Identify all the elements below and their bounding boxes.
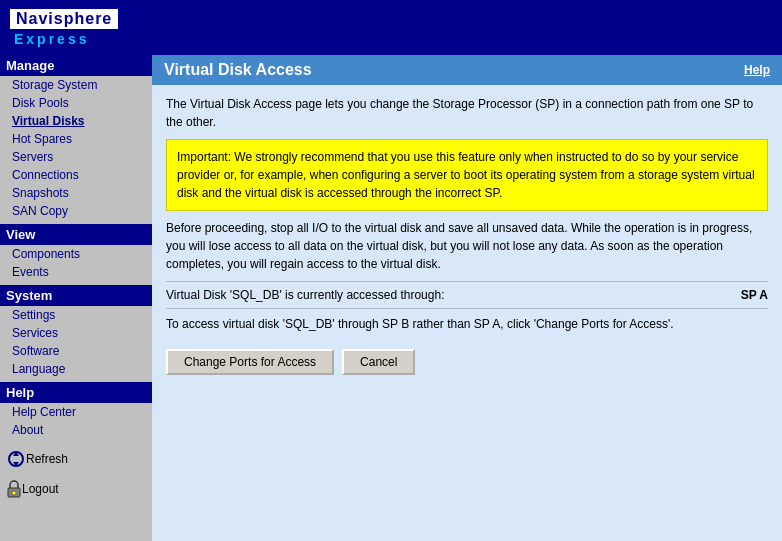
refresh-icon xyxy=(6,449,26,469)
sidebar-section-manage: Manage xyxy=(0,55,152,76)
sidebar-item-software[interactable]: Software xyxy=(0,342,152,360)
sidebar-item-help-center[interactable]: Help Center xyxy=(0,403,152,421)
app-header: Navisphere Express xyxy=(0,0,782,55)
sidebar-item-services[interactable]: Services xyxy=(0,324,152,342)
sidebar-item-servers[interactable]: Servers xyxy=(0,148,152,166)
sidebar-item-components[interactable]: Components xyxy=(0,245,152,263)
logo-express: Express xyxy=(10,31,118,47)
sidebar-item-storage-system[interactable]: Storage System xyxy=(0,76,152,94)
refresh-button[interactable]: Refresh xyxy=(0,443,152,475)
access-note-text: To access virtual disk 'SQL_DB' through … xyxy=(166,308,768,339)
logout-button[interactable]: Logout xyxy=(0,475,152,503)
sidebar-section-system: System xyxy=(0,285,152,306)
logout-label: Logout xyxy=(22,482,59,496)
page-title: Virtual Disk Access xyxy=(164,61,312,79)
warning-box: Important: We strongly recommend that yo… xyxy=(166,139,768,211)
sidebar-item-settings[interactable]: Settings xyxy=(0,306,152,324)
sidebar-item-san-copy[interactable]: SAN Copy xyxy=(0,202,152,220)
sidebar-item-snapshots[interactable]: Snapshots xyxy=(0,184,152,202)
current-access-value: SP A xyxy=(741,288,768,302)
sidebar-item-language[interactable]: Language xyxy=(0,360,152,378)
svg-point-2 xyxy=(12,491,16,495)
sidebar-item-events[interactable]: Events xyxy=(0,263,152,281)
description-text: The Virtual Disk Access page lets you ch… xyxy=(166,95,768,131)
sidebar-item-virtual-disks[interactable]: Virtual Disks xyxy=(0,112,152,130)
page-header: Virtual Disk Access Help xyxy=(152,55,782,85)
logo-navisphere: Navisphere xyxy=(10,9,118,29)
sidebar-item-connections[interactable]: Connections xyxy=(0,166,152,184)
refresh-label: Refresh xyxy=(26,452,68,466)
sidebar-section-help: Help xyxy=(0,382,152,403)
help-link[interactable]: Help xyxy=(744,63,770,77)
current-access-row: Virtual Disk 'SQL_DB' is currently acces… xyxy=(166,281,768,308)
logo: Navisphere Express xyxy=(10,9,118,47)
cancel-button[interactable]: Cancel xyxy=(342,349,415,375)
logout-icon xyxy=(6,479,22,499)
content-area: Virtual Disk Access Help The Virtual Dis… xyxy=(152,55,782,541)
content-body: The Virtual Disk Access page lets you ch… xyxy=(152,85,782,385)
sidebar-section-view: View xyxy=(0,224,152,245)
sidebar-item-disk-pools[interactable]: Disk Pools xyxy=(0,94,152,112)
main-layout: Manage Storage System Disk Pools Virtual… xyxy=(0,55,782,541)
sidebar: Manage Storage System Disk Pools Virtual… xyxy=(0,55,152,541)
before-proceeding-text: Before proceeding, stop all I/O to the v… xyxy=(166,219,768,273)
current-access-label: Virtual Disk 'SQL_DB' is currently acces… xyxy=(166,288,444,302)
sidebar-item-about[interactable]: About xyxy=(0,421,152,439)
sidebar-item-hot-spares[interactable]: Hot Spares xyxy=(0,130,152,148)
button-row: Change Ports for Access Cancel xyxy=(166,349,768,375)
change-ports-button[interactable]: Change Ports for Access xyxy=(166,349,334,375)
